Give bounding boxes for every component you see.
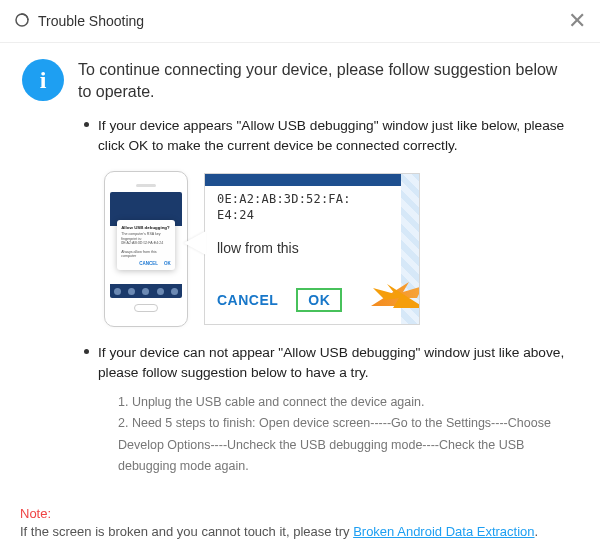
phone-dialog-check: Always allow from this computer [121,250,171,258]
arrow-icon [371,278,420,310]
instruction-text-1: If your device appears "Allow USB debugg… [98,116,568,155]
note-link[interactable]: Broken Android Data Extraction [353,524,534,539]
phone-dialog-title: Allow USB debugging? [121,225,171,230]
titlebar: Trouble Shooting ✕ [0,0,600,43]
zoom-ok-button: OK [296,288,342,312]
window-title: Trouble Shooting [38,13,144,29]
instruction-item-2: If your device can not appear "Allow USB… [78,343,568,477]
phone-dialog: Allow USB debugging? The computer's RSA … [117,220,175,270]
sub-steps: 1. Unplug the USB cable and connect the … [118,392,568,477]
illustration: Allow USB debugging? The computer's RSA … [104,169,568,329]
zoom-panel: 0E:A2:AB:3D:52:FA: E4:24 llow from this … [204,173,420,325]
app-icon [14,12,30,31]
phone-dialog-cancel: CANCEL [139,261,158,266]
info-icon: i [22,59,64,101]
content-area: i To continue connecting your device, pl… [0,43,600,477]
phone-dialog-ok: OK [164,261,171,266]
note-label: Note: [20,506,51,521]
sub-step-2: 2. Need 5 steps to finish: Open device s… [118,413,568,477]
instruction-item-1: If your device appears "Allow USB debugg… [78,116,568,329]
zoom-mac-line2: E4:24 [217,208,254,222]
sub-step-1: 1. Unplug the USB cable and connect the … [118,392,568,413]
zoom-cancel-button: CANCEL [217,292,278,308]
body: To continue connecting your device, plea… [78,59,568,477]
note-suffix: . [535,524,539,539]
zoom-mac-line1: 0E:A2:AB:3D:52:FA: [217,192,351,206]
note: Note: If the screen is broken and you ca… [20,505,580,541]
callout-pointer [184,231,206,255]
phone-dialog-body: The computer's RSA key fingerprint is: 0… [121,232,171,246]
instruction-text-2: If your device can not appear "Allow USB… [98,343,568,382]
headline: To continue connecting your device, plea… [78,59,568,102]
zoom-actions: CANCEL OK [217,288,342,312]
titlebar-left: Trouble Shooting [14,12,144,31]
note-text: If the screen is broken and you cannot t… [20,524,353,539]
zoom-allow-text: llow from this [217,240,299,256]
close-icon[interactable]: ✕ [568,10,586,32]
phone-mockup: Allow USB debugging? The computer's RSA … [104,171,188,327]
